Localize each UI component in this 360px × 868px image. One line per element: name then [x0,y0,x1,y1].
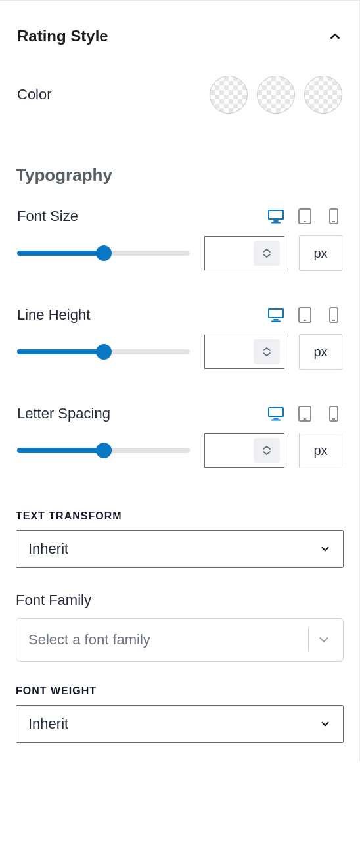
desktop-icon[interactable] [267,406,284,421]
letter-spacing-slider[interactable] [17,441,190,460]
line-height-number[interactable] [204,335,284,369]
font-weight-select[interactable]: Inherit [16,705,344,743]
svg-rect-3 [271,222,281,224]
desktop-icon[interactable] [267,209,284,224]
font-size-label: Font Size [17,208,78,225]
number-stepper[interactable] [254,241,280,266]
font-size-number[interactable] [204,236,284,270]
tablet-icon[interactable] [296,308,313,322]
mobile-icon[interactable] [325,406,342,421]
section-title: Rating Style [17,27,108,45]
tablet-icon[interactable] [296,209,313,224]
svg-rect-23 [332,418,335,420]
font-weight-value: Inherit [28,715,68,733]
font-size-slider[interactable] [17,244,190,262]
color-swatches [210,76,342,114]
slider-fill [17,349,104,354]
letter-spacing-label: Letter Spacing [17,405,110,422]
svg-rect-17 [269,408,282,416]
section-header-rating-style[interactable]: Rating Style [16,16,344,59]
typography-heading: Typography [16,165,344,185]
color-swatch-2[interactable] [257,76,295,114]
slider-thumb[interactable] [96,245,112,261]
svg-rect-9 [269,310,282,317]
mobile-icon[interactable] [325,209,342,224]
line-height-header: Line Height [16,289,344,331]
font-weight-label: FONT WEIGHT [16,685,344,697]
svg-rect-18 [274,418,279,420]
unit-text: px [313,246,327,261]
line-height-slider[interactable] [17,343,190,361]
font-size-unit[interactable]: px [299,235,342,271]
slider-thumb[interactable] [96,443,112,458]
svg-rect-19 [271,420,281,421]
chevron-down-icon [317,633,331,647]
mobile-icon[interactable] [325,308,342,322]
svg-rect-21 [304,418,306,420]
unit-text: px [313,345,327,360]
chevron-down-icon [319,543,331,555]
text-transform-select[interactable]: Inherit [16,530,344,568]
line-height-label: Line Height [17,306,90,324]
color-label: Color [17,86,52,103]
text-transform-label: TEXT TRANSFORM [16,510,344,522]
line-height-devices [267,308,342,322]
font-family-placeholder: Select a font family [28,631,150,648]
desktop-icon[interactable] [267,308,284,322]
svg-rect-10 [274,319,279,321]
color-row: Color [16,59,344,124]
font-size-devices [267,209,342,224]
line-height-controls: px [16,331,344,388]
svg-rect-15 [332,320,335,321]
color-swatch-1[interactable] [210,76,248,114]
font-size-controls: px [16,233,344,289]
svg-rect-11 [271,321,281,322]
svg-rect-5 [304,221,306,222]
slider-fill [17,448,104,453]
chevron-down-icon [319,718,331,730]
color-swatch-3[interactable] [304,76,342,114]
text-transform-value: Inherit [28,541,68,558]
combo-divider [308,628,309,652]
slider-thumb[interactable] [96,344,112,360]
line-height-unit[interactable]: px [299,334,342,370]
letter-spacing-devices [267,406,342,421]
font-size-header: Font Size [16,191,344,233]
font-family-label: Font Family [16,592,344,609]
number-stepper[interactable] [254,339,280,364]
letter-spacing-unit[interactable]: px [299,433,342,468]
svg-rect-13 [304,320,306,321]
letter-spacing-number[interactable] [204,433,284,468]
style-panel: Rating Style Color Typography Font Size [0,0,360,761]
font-family-combobox[interactable]: Select a font family [16,618,344,662]
slider-fill [17,251,104,256]
unit-text: px [313,443,327,458]
svg-rect-1 [269,211,282,218]
tablet-icon[interactable] [296,406,313,421]
chevron-up-icon [328,29,342,43]
number-stepper[interactable] [254,438,280,463]
letter-spacing-controls: px [16,430,344,487]
svg-rect-2 [274,220,279,222]
letter-spacing-header: Letter Spacing [16,388,344,430]
svg-rect-7 [332,221,335,222]
